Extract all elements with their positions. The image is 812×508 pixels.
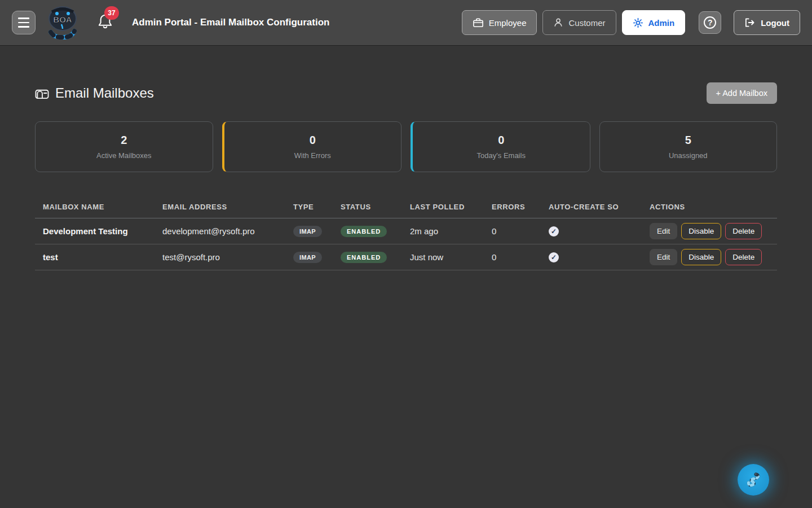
notifications-button[interactable]: 37 bbox=[98, 13, 113, 32]
table-row: test test@rysoft.pro IMAP ENABLED Just n… bbox=[35, 244, 777, 270]
email-address-cell: development@rysoft.pro bbox=[162, 226, 293, 236]
col-errors: ERRORS bbox=[492, 203, 549, 211]
errors-cell: 0 bbox=[492, 252, 549, 262]
stat-label: With Errors bbox=[294, 151, 331, 160]
mailbox-name-cell: Development Testing bbox=[43, 226, 162, 236]
page-title: Email Mailboxes bbox=[35, 85, 154, 101]
stat-value: 5 bbox=[685, 134, 691, 147]
admin-tab-button[interactable]: Admin bbox=[622, 10, 686, 35]
customer-tab-button[interactable]: Customer bbox=[542, 10, 616, 35]
boa-logo: BOA bbox=[46, 5, 80, 41]
main-content: Email Mailboxes + Add Mailbox 2 Active M… bbox=[0, 82, 812, 270]
snake-icon bbox=[742, 468, 765, 491]
disable-button[interactable]: Disable bbox=[681, 249, 721, 265]
stat-card-active-mailboxes: 2 Active Mailboxes bbox=[35, 121, 213, 172]
page-head-row: Email Mailboxes + Add Mailbox bbox=[35, 82, 777, 104]
col-auto-create-so: AUTO-CREATE SO bbox=[549, 203, 650, 211]
mailbox-name-cell: test bbox=[43, 252, 162, 262]
app-header: BOA 37 Admin Portal - Email Mailbox Conf… bbox=[0, 0, 812, 45]
help-button[interactable]: ? bbox=[699, 11, 721, 34]
logout-button[interactable]: Logout bbox=[734, 10, 800, 35]
mailbox-table: MAILBOX NAME EMAIL ADDRESS TYPE STATUS L… bbox=[35, 196, 777, 270]
employee-tab-label: Employee bbox=[489, 18, 527, 28]
briefcase-icon bbox=[473, 17, 484, 28]
table-row: Development Testing development@rysoft.p… bbox=[35, 218, 777, 244]
snake-logo-icon: BOA bbox=[46, 5, 79, 40]
logout-icon bbox=[744, 17, 755, 28]
actions-cell: Edit Disable Delete bbox=[650, 223, 777, 239]
status-badge: ENABLED bbox=[341, 252, 387, 263]
delete-button[interactable]: Delete bbox=[725, 249, 762, 265]
page-header-title: Admin Portal - Email Mailbox Configurati… bbox=[132, 17, 329, 28]
stat-card-with-errors: 0 With Errors bbox=[222, 121, 402, 172]
check-circle-icon: ✓ bbox=[549, 252, 559, 262]
stat-value: 2 bbox=[121, 134, 127, 147]
table-header-row: MAILBOX NAME EMAIL ADDRESS TYPE STATUS L… bbox=[35, 196, 777, 218]
customer-tab-label: Customer bbox=[568, 18, 605, 28]
notification-count-badge: 37 bbox=[104, 6, 119, 20]
stats-row: 2 Active Mailboxes 0 With Errors 0 Today… bbox=[35, 121, 777, 172]
col-mailbox-name: MAILBOX NAME bbox=[43, 203, 162, 211]
edit-button[interactable]: Edit bbox=[650, 223, 677, 239]
edit-button[interactable]: Edit bbox=[650, 249, 677, 265]
gear-icon bbox=[633, 17, 643, 28]
col-email-address: EMAIL ADDRESS bbox=[162, 203, 293, 211]
stat-card-todays-emails: 0 Today's Emails bbox=[411, 121, 590, 172]
hamburger-menu-button[interactable] bbox=[12, 11, 36, 34]
delete-button[interactable]: Delete bbox=[725, 223, 762, 239]
errors-cell: 0 bbox=[492, 226, 549, 236]
stat-value: 0 bbox=[498, 134, 504, 147]
email-address-cell: test@rysoft.pro bbox=[162, 252, 293, 262]
last-polled-cell: Just now bbox=[410, 252, 492, 262]
col-type: TYPE bbox=[293, 203, 341, 211]
logout-label: Logout bbox=[761, 18, 789, 28]
check-circle-icon: ✓ bbox=[549, 226, 559, 237]
type-badge: IMAP bbox=[293, 226, 322, 237]
type-badge: IMAP bbox=[293, 252, 322, 263]
stat-value: 0 bbox=[310, 134, 316, 147]
chat-assistant-fab[interactable] bbox=[738, 464, 769, 496]
question-mark-icon: ? bbox=[704, 16, 716, 29]
stat-card-unassigned: 5 Unassigned bbox=[599, 121, 778, 172]
add-mailbox-button[interactable]: + Add Mailbox bbox=[707, 82, 778, 104]
svg-text:BOA: BOA bbox=[53, 15, 72, 24]
disable-button[interactable]: Disable bbox=[681, 223, 721, 239]
stat-label: Active Mailboxes bbox=[96, 151, 152, 160]
last-polled-cell: 2m ago bbox=[410, 226, 492, 236]
col-status: STATUS bbox=[341, 203, 410, 211]
status-badge: ENABLED bbox=[341, 226, 387, 237]
admin-tab-label: Admin bbox=[648, 18, 675, 28]
col-actions: ACTIONS bbox=[650, 203, 777, 211]
stat-label: Unassigned bbox=[669, 151, 708, 160]
person-icon bbox=[553, 17, 563, 28]
employee-tab-button[interactable]: Employee bbox=[462, 10, 537, 35]
col-last-polled: LAST POLLED bbox=[410, 203, 492, 211]
header-nav: Employee Customer Admin ? Logout bbox=[462, 10, 800, 35]
page-title-label: Email Mailboxes bbox=[55, 85, 154, 101]
stat-label: Today's Emails bbox=[477, 151, 526, 160]
actions-cell: Edit Disable Delete bbox=[650, 249, 777, 265]
mailbox-icon bbox=[35, 87, 49, 99]
